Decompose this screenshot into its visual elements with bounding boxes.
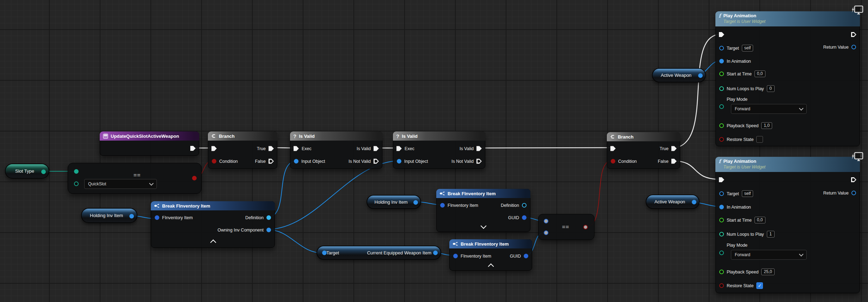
active-weapon-out-pin[interactable] xyxy=(698,73,703,78)
exec-in-pin[interactable] xyxy=(294,146,299,152)
exec-in-pin[interactable] xyxy=(396,146,402,152)
play-mode-pin[interactable] xyxy=(719,104,724,109)
collapse-chevron-icon[interactable] xyxy=(488,264,494,270)
node-break-finventory-2[interactable]: Break FInventory Item FInventory Item De… xyxy=(436,189,530,232)
exec-out-pin[interactable] xyxy=(851,177,856,183)
num-loops-field[interactable]: 0 xyxy=(767,85,775,92)
playback-speed-pin[interactable] xyxy=(719,123,724,128)
node-break-finventory-3[interactable]: Break FInventory Item FInventory Item GU… xyxy=(449,239,532,271)
isnotvalid-out-pin[interactable] xyxy=(476,159,482,164)
target-pin[interactable] xyxy=(719,46,724,50)
function-current-equipped-weapon-item[interactable]: Target Current Equipped Weapon Item xyxy=(316,246,441,260)
target-in-pin[interactable] xyxy=(322,251,327,255)
isvalid-out-pin[interactable] xyxy=(374,146,379,152)
branch-node-header[interactable]: Branch xyxy=(607,132,680,141)
slot-type-out-pin[interactable] xyxy=(41,170,46,174)
node-equal-enum[interactable]: == QuickSlot xyxy=(68,163,202,194)
exec-out-pin[interactable] xyxy=(190,146,196,151)
return-value-pin[interactable] xyxy=(851,45,856,49)
event-node-header[interactable]: UpdateQuickSlotActiveWeapon xyxy=(100,131,199,141)
variable-holding-inv-item-2[interactable]: Holding Inv Item xyxy=(367,195,421,209)
false-pin[interactable] xyxy=(671,159,677,164)
target-pin[interactable] xyxy=(719,191,724,196)
holding-inv-item-out-pin[interactable] xyxy=(129,214,134,218)
node-break-finventory-1[interactable]: Break FInventory Item FInventory Item De… xyxy=(151,201,275,248)
target-value-field[interactable]: self xyxy=(742,45,753,51)
current-equipped-out-pin[interactable] xyxy=(433,251,438,255)
start-at-time-field[interactable]: 0,0 xyxy=(755,70,765,77)
play-animation-header[interactable]: f Play Animation Target is User Widget xyxy=(715,157,860,172)
play-animation-header[interactable]: f Play Animation Target is User Widget xyxy=(715,11,860,26)
enum-dropdown[interactable]: QuickSlot xyxy=(84,179,157,189)
finventory-item-pin[interactable] xyxy=(453,254,458,258)
condition-pin[interactable] xyxy=(611,159,615,164)
restore-state-checkbox[interactable]: ✓ xyxy=(756,282,763,289)
definition-pin[interactable] xyxy=(522,203,527,208)
restore-state-checkbox[interactable] xyxy=(756,136,763,143)
break-node-header[interactable]: Break FInventory Item xyxy=(436,189,530,198)
restore-state-pin[interactable] xyxy=(719,137,724,142)
guid-pin[interactable] xyxy=(522,215,527,220)
isnotvalid-out-pin[interactable] xyxy=(374,159,379,164)
node-branch-1[interactable]: Branch True Condition False xyxy=(208,131,277,169)
play-mode-dropdown[interactable]: Forward xyxy=(731,104,807,114)
variable-holding-inv-item-1[interactable]: Holding Inv Item xyxy=(81,208,137,223)
restore-state-pin[interactable] xyxy=(719,283,724,288)
target-value-field[interactable]: self xyxy=(742,190,753,197)
play-mode-dropdown[interactable]: Forward xyxy=(731,250,807,260)
playback-speed-pin[interactable] xyxy=(719,270,724,274)
play-mode-pin[interactable] xyxy=(719,251,724,255)
node-event-updatequickslot[interactable]: UpdateQuickSlotActiveWeapon xyxy=(100,131,199,156)
node-isvalid-2[interactable]: ? Is Valid Exec Is Valid Input Object Is… xyxy=(393,131,485,169)
definition-pin[interactable] xyxy=(266,215,271,220)
num-loops-field[interactable]: 1 xyxy=(767,231,775,238)
false-pin[interactable] xyxy=(269,159,274,164)
holding-inv-item-out-pin[interactable] xyxy=(413,200,418,205)
start-at-time-pin[interactable] xyxy=(719,72,724,76)
finventory-item-pin[interactable] xyxy=(440,203,445,208)
node-isvalid-1[interactable]: ? Is Valid Exec Is Valid Input Object Is… xyxy=(290,131,382,169)
start-at-time-pin[interactable] xyxy=(719,218,724,222)
exec-in-pin[interactable] xyxy=(211,146,217,152)
guid-pin[interactable] xyxy=(524,254,528,258)
start-at-time-field[interactable]: 0,0 xyxy=(755,217,765,223)
true-pin[interactable] xyxy=(671,146,677,152)
blueprint-canvas[interactable]: UpdateQuickSlotActiveWeapon Branch True … xyxy=(0,0,868,302)
exec-in-pin[interactable] xyxy=(719,177,724,183)
isvalid-node-header[interactable]: ? Is Valid xyxy=(290,131,382,141)
break-node-header[interactable]: Break FInventory Item xyxy=(449,239,532,248)
true-pin[interactable] xyxy=(269,146,274,152)
equal-input-b-pin[interactable] xyxy=(544,230,548,235)
node-play-animation-2[interactable]: f Play Animation Target is User Widget T… xyxy=(715,157,860,293)
break-node-header[interactable]: Break FInventory Item xyxy=(151,201,275,210)
equal-input-b-pin[interactable] xyxy=(74,181,79,186)
exec-out-pin[interactable] xyxy=(851,32,856,37)
in-animation-pin[interactable] xyxy=(719,205,724,209)
node-equal-guid[interactable]: == xyxy=(538,214,595,240)
exec-in-pin[interactable] xyxy=(719,32,724,37)
isvalid-node-header[interactable]: ? Is Valid xyxy=(393,131,485,141)
in-animation-pin[interactable] xyxy=(719,59,724,63)
num-loops-pin[interactable] xyxy=(719,232,724,236)
playback-speed-field[interactable]: 25,0 xyxy=(761,269,774,275)
num-loops-pin[interactable] xyxy=(719,86,724,91)
expand-chevron-icon[interactable] xyxy=(481,223,487,229)
equal-input-a-pin[interactable] xyxy=(544,219,548,223)
input-object-pin[interactable] xyxy=(294,159,298,164)
equal-result-pin[interactable] xyxy=(192,176,197,180)
equal-result-pin[interactable] xyxy=(583,225,588,229)
equal-input-a-pin[interactable] xyxy=(74,169,79,174)
variable-active-weapon-2[interactable]: Active Weapon xyxy=(646,195,700,209)
active-weapon-out-pin[interactable] xyxy=(692,200,696,204)
node-play-animation-1[interactable]: f Play Animation Target is User Widget T… xyxy=(715,11,860,146)
isvalid-out-pin[interactable] xyxy=(476,146,482,152)
return-value-pin[interactable] xyxy=(851,191,856,195)
branch-node-header[interactable]: Branch xyxy=(208,131,277,141)
owning-inv-component-pin[interactable] xyxy=(266,228,271,232)
node-branch-2[interactable]: Branch True Condition False xyxy=(607,132,680,169)
condition-pin[interactable] xyxy=(212,159,216,164)
exec-in-pin[interactable] xyxy=(610,146,616,152)
variable-slot-type[interactable]: Slot Type xyxy=(5,164,49,179)
finventory-item-pin[interactable] xyxy=(155,215,159,220)
collapse-chevron-icon[interactable] xyxy=(210,240,216,246)
